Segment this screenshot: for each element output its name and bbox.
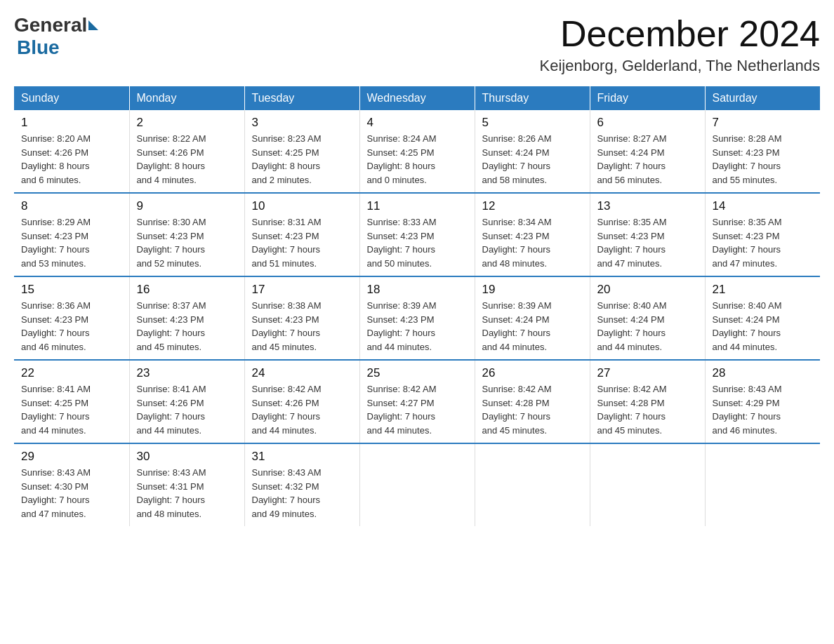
logo: General Blue: [14, 14, 100, 59]
day-number: 10: [252, 199, 352, 213]
day-info: Sunrise: 8:40 AM Sunset: 4:24 PM Dayligh…: [713, 299, 814, 354]
day-info: Sunrise: 8:43 AM Sunset: 4:30 PM Dayligh…: [21, 466, 122, 521]
weekday-header-saturday: Saturday: [705, 86, 820, 110]
weekday-header-friday: Friday: [590, 86, 705, 110]
day-number: 15: [21, 283, 122, 297]
empty-cell: [590, 443, 705, 526]
day-info: Sunrise: 8:40 AM Sunset: 4:24 PM Dayligh…: [597, 299, 698, 354]
day-number: 8: [21, 199, 122, 213]
calendar-day-cell: 3Sunrise: 8:23 AM Sunset: 4:25 PM Daylig…: [244, 110, 359, 193]
day-number: 5: [482, 116, 583, 130]
weekday-header-thursday: Thursday: [475, 86, 590, 110]
day-info: Sunrise: 8:35 AM Sunset: 4:23 PM Dayligh…: [597, 215, 698, 270]
calendar-day-cell: 14Sunrise: 8:35 AM Sunset: 4:23 PM Dayli…: [705, 193, 820, 276]
day-info: Sunrise: 8:43 AM Sunset: 4:31 PM Dayligh…: [137, 466, 237, 521]
calendar-day-cell: 17Sunrise: 8:38 AM Sunset: 4:23 PM Dayli…: [244, 276, 359, 360]
calendar-day-cell: 22Sunrise: 8:41 AM Sunset: 4:25 PM Dayli…: [14, 360, 129, 443]
calendar-day-cell: 1Sunrise: 8:20 AM Sunset: 4:26 PM Daylig…: [14, 110, 129, 193]
weekday-header-monday: Monday: [129, 86, 244, 110]
day-number: 29: [21, 450, 122, 464]
calendar-day-cell: 29Sunrise: 8:43 AM Sunset: 4:30 PM Dayli…: [14, 443, 129, 526]
calendar-week-row: 15Sunrise: 8:36 AM Sunset: 4:23 PM Dayli…: [14, 276, 820, 360]
day-number: 3: [252, 116, 352, 130]
day-number: 1: [21, 116, 122, 130]
weekday-header-wednesday: Wednesday: [359, 86, 475, 110]
calendar-day-cell: 5Sunrise: 8:26 AM Sunset: 4:24 PM Daylig…: [475, 110, 590, 193]
calendar-day-cell: 16Sunrise: 8:37 AM Sunset: 4:23 PM Dayli…: [129, 276, 244, 360]
weekday-header-tuesday: Tuesday: [244, 86, 359, 110]
calendar-day-cell: 15Sunrise: 8:36 AM Sunset: 4:23 PM Dayli…: [14, 276, 129, 360]
weekday-header-row: SundayMondayTuesdayWednesdayThursdayFrid…: [14, 86, 820, 110]
day-number: 25: [367, 366, 468, 380]
calendar-day-cell: 6Sunrise: 8:27 AM Sunset: 4:24 PM Daylig…: [590, 110, 705, 193]
calendar-table: SundayMondayTuesdayWednesdayThursdayFrid…: [14, 86, 820, 526]
day-number: 28: [713, 366, 814, 380]
calendar-week-row: 22Sunrise: 8:41 AM Sunset: 4:25 PM Dayli…: [14, 360, 820, 443]
day-info: Sunrise: 8:39 AM Sunset: 4:23 PM Dayligh…: [367, 299, 468, 354]
calendar-day-cell: 7Sunrise: 8:28 AM Sunset: 4:23 PM Daylig…: [705, 110, 820, 193]
calendar-day-cell: 28Sunrise: 8:43 AM Sunset: 4:29 PM Dayli…: [705, 360, 820, 443]
location-subtitle: Keijenborg, Gelderland, The Netherlands: [539, 57, 820, 75]
day-number: 6: [597, 116, 698, 130]
day-number: 14: [713, 199, 814, 213]
logo-arrow-icon: [88, 20, 98, 30]
day-info: Sunrise: 8:33 AM Sunset: 4:23 PM Dayligh…: [367, 215, 468, 270]
day-info: Sunrise: 8:38 AM Sunset: 4:23 PM Dayligh…: [252, 299, 352, 354]
calendar-day-cell: 31Sunrise: 8:43 AM Sunset: 4:32 PM Dayli…: [244, 443, 359, 526]
day-info: Sunrise: 8:42 AM Sunset: 4:28 PM Dayligh…: [597, 382, 698, 437]
day-info: Sunrise: 8:35 AM Sunset: 4:23 PM Dayligh…: [713, 215, 814, 270]
day-info: Sunrise: 8:41 AM Sunset: 4:25 PM Dayligh…: [21, 382, 122, 437]
calendar-day-cell: 2Sunrise: 8:22 AM Sunset: 4:26 PM Daylig…: [129, 110, 244, 193]
day-number: 30: [137, 450, 237, 464]
day-number: 11: [367, 199, 468, 213]
day-number: 26: [482, 366, 583, 380]
weekday-header-sunday: Sunday: [14, 86, 129, 110]
day-info: Sunrise: 8:42 AM Sunset: 4:26 PM Dayligh…: [252, 382, 352, 437]
title-area: December 2024 Keijenborg, Gelderland, Th…: [539, 14, 820, 75]
empty-cell: [475, 443, 590, 526]
calendar-day-cell: 21Sunrise: 8:40 AM Sunset: 4:24 PM Dayli…: [705, 276, 820, 360]
day-number: 9: [137, 199, 237, 213]
day-number: 12: [482, 199, 583, 213]
day-info: Sunrise: 8:36 AM Sunset: 4:23 PM Dayligh…: [21, 299, 122, 354]
day-number: 18: [367, 283, 468, 297]
day-info: Sunrise: 8:43 AM Sunset: 4:32 PM Dayligh…: [252, 466, 352, 521]
day-info: Sunrise: 8:42 AM Sunset: 4:27 PM Dayligh…: [367, 382, 468, 437]
day-info: Sunrise: 8:37 AM Sunset: 4:23 PM Dayligh…: [137, 299, 237, 354]
day-info: Sunrise: 8:26 AM Sunset: 4:24 PM Dayligh…: [482, 132, 583, 187]
day-number: 16: [137, 283, 237, 297]
day-number: 22: [21, 366, 122, 380]
day-number: 27: [597, 366, 698, 380]
calendar-day-cell: 11Sunrise: 8:33 AM Sunset: 4:23 PM Dayli…: [359, 193, 475, 276]
day-info: Sunrise: 8:22 AM Sunset: 4:26 PM Dayligh…: [137, 132, 237, 187]
day-info: Sunrise: 8:34 AM Sunset: 4:23 PM Dayligh…: [482, 215, 583, 270]
day-number: 13: [597, 199, 698, 213]
calendar-day-cell: 30Sunrise: 8:43 AM Sunset: 4:31 PM Dayli…: [129, 443, 244, 526]
calendar-day-cell: 24Sunrise: 8:42 AM Sunset: 4:26 PM Dayli…: [244, 360, 359, 443]
calendar-day-cell: 4Sunrise: 8:24 AM Sunset: 4:25 PM Daylig…: [359, 110, 475, 193]
day-info: Sunrise: 8:24 AM Sunset: 4:25 PM Dayligh…: [367, 132, 468, 187]
empty-cell: [705, 443, 820, 526]
day-info: Sunrise: 8:20 AM Sunset: 4:26 PM Dayligh…: [21, 132, 122, 187]
calendar-day-cell: 8Sunrise: 8:29 AM Sunset: 4:23 PM Daylig…: [14, 193, 129, 276]
day-info: Sunrise: 8:30 AM Sunset: 4:23 PM Dayligh…: [137, 215, 237, 270]
calendar-day-cell: 27Sunrise: 8:42 AM Sunset: 4:28 PM Dayli…: [590, 360, 705, 443]
day-info: Sunrise: 8:42 AM Sunset: 4:28 PM Dayligh…: [482, 382, 583, 437]
day-number: 2: [137, 116, 237, 130]
calendar-day-cell: 18Sunrise: 8:39 AM Sunset: 4:23 PM Dayli…: [359, 276, 475, 360]
day-number: 31: [252, 450, 352, 464]
empty-cell: [359, 443, 475, 526]
day-info: Sunrise: 8:41 AM Sunset: 4:26 PM Dayligh…: [137, 382, 237, 437]
day-number: 7: [713, 116, 814, 130]
day-number: 20: [597, 283, 698, 297]
day-number: 4: [367, 116, 468, 130]
calendar-day-cell: 25Sunrise: 8:42 AM Sunset: 4:27 PM Dayli…: [359, 360, 475, 443]
day-info: Sunrise: 8:39 AM Sunset: 4:24 PM Dayligh…: [482, 299, 583, 354]
month-year-title: December 2024: [539, 14, 820, 54]
calendar-week-row: 1Sunrise: 8:20 AM Sunset: 4:26 PM Daylig…: [14, 110, 820, 193]
logo-blue-text: Blue: [17, 36, 60, 58]
day-number: 19: [482, 283, 583, 297]
logo-general-text: General: [14, 14, 87, 36]
day-number: 24: [252, 366, 352, 380]
day-info: Sunrise: 8:31 AM Sunset: 4:23 PM Dayligh…: [252, 215, 352, 270]
